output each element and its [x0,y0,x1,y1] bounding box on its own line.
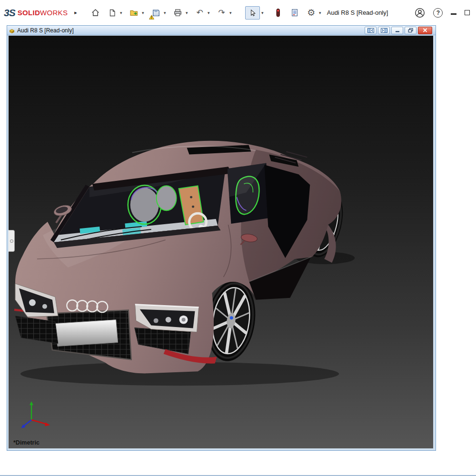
collapsed-panel-tab[interactable] [9,230,15,252]
dassault-3ds-logo-mark: 3S [4,7,15,19]
document-title: Audi R8 S [Read-only] [17,27,74,34]
select-cursor-dropdown-arrow[interactable]: ▾ [260,8,265,18]
new-document-button[interactable] [106,7,119,19]
doc-minimize-button[interactable] [391,27,403,34]
orientation-triad [16,399,51,429]
status-light-button[interactable] [272,7,284,19]
pane-collapse-left-icon [367,28,374,33]
doc-close-button[interactable] [418,27,432,34]
pane-collapse-right-icon [381,28,387,33]
undo-button[interactable]: ↶ [194,7,206,19]
document-window-controls [365,27,434,34]
select-cursor-button[interactable] [245,6,260,20]
redo-dropdown-arrow[interactable]: ▾ [228,8,233,18]
part-document-icon [9,27,15,34]
audi-r8-model [9,36,433,448]
print-dropdown-arrow[interactable]: ▾ [184,8,189,18]
maximize-icon [465,10,470,15]
select-cursor-icon [248,9,257,17]
print-icon [173,8,182,17]
design-report-icon [290,8,299,17]
triad-z-axis [24,420,31,426]
open-button[interactable] [128,7,140,19]
new-document-dropdown-arrow[interactable]: ▾ [119,8,124,18]
design-report-button[interactable] [288,7,301,19]
settings-gear-button[interactable]: ⚙ [305,7,317,19]
pane-collapse-left-button[interactable] [365,27,377,34]
account-button[interactable] [415,8,425,18]
solidworks-logo: 3S SOLIDWORKS ▸ [4,7,77,19]
home-button[interactable] [89,7,102,19]
home-icon [91,8,100,17]
brand-expand-chevron-icon[interactable]: ▸ [74,10,77,16]
solidworks-wordmark: SOLIDWORKS [18,9,68,17]
close-icon [423,28,427,32]
save-button[interactable] [150,7,162,19]
doc-restore-button[interactable] [405,27,416,34]
status-light-icon [274,8,282,18]
new-document-icon [108,9,117,17]
print-button[interactable] [172,7,184,19]
app-window-controls: ? [415,8,476,18]
maximize-button[interactable] [465,10,470,15]
car-license-plate [55,320,118,347]
help-button[interactable]: ? [433,8,443,18]
viewport-3d[interactable]: *Dimetric [9,36,433,448]
minimize-icon [451,13,456,15]
document-titlebar: Audi R8 S [Read-only] [7,26,436,35]
open-icon [129,8,139,17]
save-warning-icon [149,15,154,20]
document-window: Audi R8 S [Read-only] [7,25,436,451]
undo-dropdown-arrow[interactable]: ▾ [206,8,211,18]
help-icon: ? [436,10,440,16]
account-icon [415,8,425,18]
save-dropdown-arrow[interactable]: ▾ [162,8,168,18]
open-dropdown-arrow[interactable]: ▾ [140,8,146,18]
minimize-icon [395,28,400,32]
solidworks-app-window: 3S SOLIDWORKS ▸ ▾ ▾ [0,0,476,476]
app-title: Audi R8 S [Read-only] [327,9,388,16]
app-titlebar: 3S SOLIDWORKS ▸ ▾ ▾ [0,0,476,25]
panel-tab-icon [10,239,13,243]
redo-button[interactable]: ↷ [216,7,228,19]
minimize-button[interactable] [451,10,456,15]
settings-dropdown-arrow[interactable]: ▾ [317,8,323,18]
restore-icon [408,28,414,33]
pane-collapse-right-button[interactable] [378,27,390,34]
car-front-grille [47,310,131,360]
view-orientation-label: *Dimetric [13,439,40,446]
main-toolbar: ▾ ▾ ▾ ▾ ↶ [89,6,327,20]
triad-x-axis [31,420,47,424]
